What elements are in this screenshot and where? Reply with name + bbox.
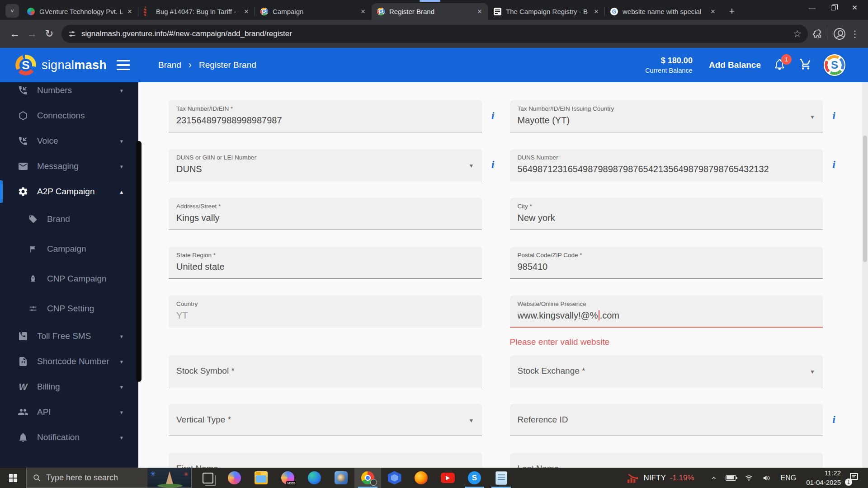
info-icon[interactable]: i: [832, 159, 835, 171]
sidebar-item-voice[interactable]: Voice ▾: [0, 128, 138, 154]
language-indicator[interactable]: ENG: [781, 474, 797, 482]
hexagon-app-button[interactable]: [381, 468, 408, 488]
taskbar-search-box[interactable]: Type here to search ✳ ✳: [26, 468, 192, 488]
close-icon[interactable]: ✕: [242, 8, 250, 16]
chrome-button[interactable]: [354, 468, 381, 488]
tab-campaign[interactable]: S Campaign ✕: [255, 3, 372, 20]
sidebar-item-messaging[interactable]: Messaging ▾: [0, 154, 138, 179]
close-window-button[interactable]: ✕: [844, 0, 865, 15]
info-icon[interactable]: i: [832, 413, 835, 426]
cart-button[interactable]: [799, 58, 812, 72]
page-scrollbar-thumb[interactable]: [863, 136, 867, 262]
notification-center-button[interactable]: 1: [848, 472, 860, 484]
site-settings-icon[interactable]: [68, 30, 76, 38]
system-tray: NIFTY -1.19% ENG 11:22 01-04-2025 1: [626, 468, 868, 488]
clock[interactable]: 11:22 01-04-2025: [806, 469, 841, 487]
reload-button[interactable]: ↻: [41, 25, 58, 42]
tab-search-button[interactable]: ˅: [5, 4, 19, 18]
state-region-field[interactable]: State Region * United state: [169, 247, 482, 279]
signalmash-logo-icon[interactable]: S: [15, 55, 36, 75]
copilot-app-button[interactable]: [221, 468, 248, 488]
tab-gventure[interactable]: GVenture Technology Pvt. L ✕: [22, 3, 138, 20]
battery-icon[interactable]: [726, 475, 736, 481]
photo-viewer-button[interactable]: [328, 468, 354, 488]
stock-ticker-widget[interactable]: NIFTY -1.19%: [626, 472, 694, 484]
rocket-icon: [27, 274, 39, 283]
m365-copilot-button[interactable]: [274, 468, 301, 488]
back-button[interactable]: ←: [6, 25, 24, 42]
new-tab-button[interactable]: +: [725, 5, 739, 18]
tab-campaign-registry[interactable]: The Campaign Registry - B ✕: [488, 3, 605, 20]
sidebar-scrollbar-thumb[interactable]: [136, 141, 142, 382]
skype-button[interactable]: S: [461, 468, 488, 488]
close-icon[interactable]: ✕: [359, 8, 367, 16]
bookmark-star-icon[interactable]: ☆: [793, 28, 802, 39]
address-street-field[interactable]: Address/Street * Kings vally: [169, 198, 482, 230]
volume-icon[interactable]: [762, 474, 771, 482]
search-icon: [33, 474, 41, 482]
info-icon[interactable]: i: [491, 110, 495, 122]
postal-code-field[interactable]: Postal Code/ZIP Code * 985410: [510, 247, 823, 279]
search-highlight-image[interactable]: ✳ ✳: [147, 468, 191, 488]
sidebar-item-a2p-campaign[interactable]: A2P Campaign ▴: [0, 179, 138, 204]
tab-redmine-bug[interactable]: Bug #14047: Bug in Tariff - ✕: [138, 3, 255, 20]
tax-number-field[interactable]: Tax Number/ID/EIN * 23156489798899898798…: [169, 100, 482, 132]
task-view-button[interactable]: [194, 468, 221, 488]
close-icon[interactable]: ✕: [709, 8, 717, 16]
last-name-field[interactable]: Last Name: [510, 453, 823, 468]
browser-profile-icon[interactable]: [834, 28, 845, 40]
sidebar-item-connections[interactable]: Connections: [0, 103, 138, 128]
add-balance-button[interactable]: Add Balance: [709, 60, 761, 70]
file-explorer-button[interactable]: [248, 468, 274, 488]
sidebar-item-notification[interactable]: Notification ▾: [0, 425, 138, 450]
notepad-button[interactable]: [488, 468, 514, 488]
city-field[interactable]: City * New york: [510, 198, 823, 230]
start-button[interactable]: [0, 468, 26, 488]
tab-register-brand[interactable]: S Register Brand ✕: [372, 3, 488, 20]
tax-issuing-country-select[interactable]: Tax Number/ID/EIN Issuing Country Mayott…: [510, 100, 823, 132]
sidebar-item-api[interactable]: API ▾: [0, 399, 138, 425]
sidebar-item-brand[interactable]: Brand: [0, 204, 138, 234]
forward-button[interactable]: →: [24, 25, 41, 42]
stock-exchange-select[interactable]: Stock Exchange * ▼: [510, 355, 823, 387]
extensions-icon[interactable]: [812, 29, 822, 39]
sidebar-item-numbers[interactable]: Numbers ▾: [0, 82, 138, 103]
page-scrollbar[interactable]: [862, 82, 868, 468]
signalmash-logo-text[interactable]: signalmash: [42, 58, 107, 72]
duns-type-select[interactable]: DUNS or GIIN or LEI Number DUNS ▼ i: [169, 149, 482, 181]
address-bar[interactable]: signalmash.gventure.info/#/new-campaign/…: [61, 25, 808, 43]
first-name-field[interactable]: First Name: [169, 453, 482, 468]
url-text[interactable]: signalmash.gventure.info/#/new-campaign/…: [81, 29, 788, 38]
tab-google-search[interactable]: G website name with special ✕: [605, 3, 722, 20]
logo-zone: S signalmash: [0, 55, 138, 75]
vertical-type-select[interactable]: Vertical Type * ▼: [169, 404, 482, 436]
sidebar-item-shortcode-number[interactable]: Shortcode Number ▾: [0, 349, 138, 374]
stock-symbol-field[interactable]: Stock Symbol *: [169, 355, 482, 387]
notifications-bell-button[interactable]: 1: [774, 58, 786, 72]
close-icon[interactable]: ✕: [126, 8, 134, 16]
sidebar-item-toll-free-sms[interactable]: Toll Free SMS ▾: [0, 324, 138, 349]
minimize-button[interactable]: —: [802, 0, 823, 15]
wifi-icon[interactable]: [744, 474, 754, 482]
close-icon[interactable]: ✕: [476, 8, 484, 16]
breadcrumb-brand[interactable]: Brand: [158, 60, 181, 70]
tray-chevron-up-icon[interactable]: [710, 475, 717, 481]
hamburger-menu-icon[interactable]: [117, 60, 130, 70]
close-icon[interactable]: ✕: [592, 8, 600, 16]
youtube-icon: [441, 473, 455, 483]
edge-button[interactable]: [301, 468, 328, 488]
browser-menu-icon[interactable]: ⋮: [848, 28, 862, 39]
sidebar-item-cnp-setting[interactable]: CNP Setting: [0, 294, 138, 324]
website-field[interactable]: Website/Online Presence www.kingsvally!@…: [510, 296, 823, 328]
sidebar-item-cnp-campaign[interactable]: CNP Campaign: [0, 264, 138, 294]
firefox-button[interactable]: [408, 468, 434, 488]
sidebar-item-campaign[interactable]: Campaign: [0, 234, 138, 264]
sidebar-item-billing[interactable]: W Billing ▾: [0, 374, 138, 399]
reference-id-field[interactable]: Reference ID i: [510, 404, 823, 436]
duns-number-field[interactable]: DUNS Number 5649871231654987989879876542…: [510, 149, 823, 181]
info-icon[interactable]: i: [832, 110, 835, 122]
youtube-button[interactable]: [434, 468, 461, 488]
info-icon[interactable]: i: [491, 159, 495, 171]
user-avatar[interactable]: S: [824, 54, 845, 76]
restore-button[interactable]: [823, 0, 844, 15]
